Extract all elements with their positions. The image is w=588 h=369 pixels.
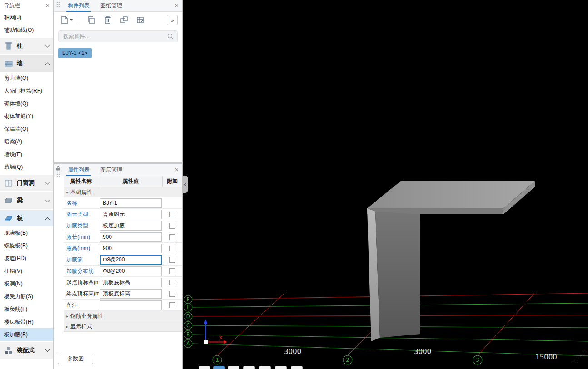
search-icon	[167, 33, 174, 40]
attach-checkbox[interactable]	[169, 280, 175, 285]
parameter-diagram-button[interactable]: 参数图	[58, 354, 93, 364]
property-group-label: 基础属性	[70, 188, 92, 196]
sidebar-group-column[interactable]: 柱	[0, 38, 53, 54]
sidebar-item-spiral-slab[interactable]: 螺旋板(B)	[0, 239, 53, 252]
property-name: 加腋筋	[64, 256, 99, 264]
sidebar-group-prefabricated[interactable]: 装配式	[0, 342, 53, 359]
bottom-toolbar-button[interactable]	[291, 366, 303, 369]
tab-component-list[interactable]: 构件列表	[62, 0, 95, 12]
sidebar-item-slab-main-rebar[interactable]: 板受力筋(S)	[0, 290, 53, 303]
close-icon[interactable]: ×	[175, 164, 179, 176]
slab-haunch-model	[367, 181, 535, 341]
sidebar-item-curtain-wall[interactable]: 幕墙(Q)	[0, 161, 53, 173]
bottom-toolbar-button[interactable]	[228, 366, 239, 369]
bottom-toolbar-button[interactable]	[243, 366, 255, 369]
attach-checkbox[interactable]	[169, 268, 175, 274]
property-row-haunch-length: 腋长(mm)900	[64, 231, 182, 243]
sidebar-item-slab-haunch[interactable]: 板加腋(B)	[0, 328, 53, 341]
sidebar-group-beam[interactable]: 梁	[0, 192, 53, 209]
x-axis-label: X	[219, 335, 223, 341]
sidebar-group-slab[interactable]: 板	[0, 210, 53, 226]
property-value-input[interactable]: 900	[100, 232, 162, 242]
tab-layer-management[interactable]: 图层管理	[95, 164, 128, 176]
attach-checkbox[interactable]	[169, 212, 175, 217]
sidebar-item-slab-negative-rebar[interactable]: 板负筋(F)	[0, 303, 53, 315]
sidebar-item-insulation-wall[interactable]: 保温墙(Q)	[0, 123, 53, 135]
property-group-rebar-business-properties[interactable]: ▸钢筋业务属性	[64, 311, 182, 321]
toolbar-overflow-button[interactable]: »	[167, 15, 178, 25]
property-name: 加腋分布筋	[64, 267, 99, 275]
tab-property-list[interactable]: 属性列表	[62, 164, 95, 176]
sidebar-item-auxiliary-axis[interactable]: 辅助轴线(O)	[0, 24, 53, 36]
sidebar-item-floor-slab-band[interactable]: 楼层板带(H)	[0, 315, 53, 328]
sidebar-item-slab-opening[interactable]: 板洞(N)	[0, 277, 53, 290]
bottom-toolbar-button[interactable]	[199, 366, 210, 369]
sidebar-group-door-window-opening[interactable]: 门窗洞	[0, 175, 53, 191]
sidebar-group-label: 板	[17, 214, 46, 222]
copy-graph-button[interactable]	[119, 15, 129, 25]
search-input[interactable]	[58, 30, 178, 42]
delete-button[interactable]	[103, 15, 113, 25]
bottom-toolbar-button[interactable]	[275, 366, 287, 369]
sidebar-item-cast-in-place-slab[interactable]: 现浇板(B)	[0, 226, 53, 239]
sidebar-item-masonry-wall[interactable]: 砌体墙(Q)	[0, 97, 53, 110]
sidebar-item-concealed-beam[interactable]: 暗梁(A)	[0, 135, 53, 148]
property-row-remark: 备注	[64, 300, 182, 311]
property-value-input[interactable]: Φ8@200	[100, 255, 162, 265]
new-component-button[interactable]	[60, 15, 73, 25]
column-header-name: 属性名称	[64, 176, 99, 187]
attach-checkbox[interactable]	[169, 246, 175, 251]
property-value-input[interactable]: 顶板底标高	[100, 289, 162, 299]
component-toolbar: »	[54, 12, 182, 28]
property-name: 名称	[64, 199, 99, 207]
close-icon[interactable]: ×	[175, 0, 179, 11]
chevron-up-icon	[45, 217, 50, 221]
sidebar-item-shear-wall[interactable]: 剪力墙(Q)	[0, 72, 53, 84]
sidebar-item-column-cap[interactable]: 柱帽(V)	[0, 265, 53, 277]
axis-number-bubble-label: 3	[476, 357, 479, 363]
sidebar-item-wall-pier[interactable]: 墙垛(E)	[0, 148, 53, 161]
batch-edit-button[interactable]	[135, 15, 145, 25]
sidebar-title: 导航栏	[4, 2, 20, 10]
panel-collapse-handle[interactable]: ‹	[183, 176, 188, 193]
property-value-input[interactable]: BJY-1	[100, 198, 162, 208]
panel-handle[interactable]	[54, 164, 62, 177]
drag-handle-icon[interactable]	[54, 0, 62, 8]
dimension-label: 3000	[414, 348, 431, 356]
3d-viewport[interactable]: FEDCBA1233000300015000 X ‹	[183, 0, 588, 369]
attach-checkbox[interactable]	[169, 257, 175, 263]
sidebar-item-axis-grid[interactable]: 轴网(J)	[0, 11, 53, 24]
property-value-input[interactable]: 900	[100, 244, 162, 253]
dimension-label: 15000	[535, 353, 557, 361]
property-name: 加腋类型	[64, 222, 99, 230]
property-value-input[interactable]	[100, 300, 162, 310]
sidebar-header: 导航栏 ×	[0, 0, 53, 11]
bottom-toolbar-button[interactable]	[259, 366, 271, 369]
property-group-basic-properties[interactable]: ▾基础属性	[64, 187, 182, 197]
sidebar-group-wall[interactable]: 墙	[0, 55, 53, 72]
axis-letter-bubble-label: C	[186, 322, 190, 329]
property-value-input[interactable]: 顶板底标高	[100, 278, 162, 287]
sidebar-item-civil-defense-door-frame-wall[interactable]: 人防门框墙(RF)	[0, 84, 53, 97]
axis-gizmo: X	[204, 319, 227, 344]
door-window-icon	[4, 178, 13, 187]
sidebar-item-ramp[interactable]: 坡道(PD)	[0, 252, 53, 265]
copy-button[interactable]	[86, 15, 96, 25]
sidebar-item-masonry-reinforcement[interactable]: 砌体加筋(Y)	[0, 110, 53, 123]
property-value-input[interactable]: 板底加腋	[100, 221, 162, 231]
attach-checkbox[interactable]	[169, 223, 175, 229]
property-value-input[interactable]: Φ8@200	[100, 266, 162, 276]
collapsed-triangle-icon: ▸	[66, 314, 68, 319]
property-table-header: 属性名称 属性值 附加	[64, 176, 182, 187]
attach-checkbox[interactable]	[169, 291, 175, 297]
bottom-toolbar-button[interactable]	[213, 366, 225, 369]
axis-number-bubble-label: 2	[346, 357, 349, 363]
component-item[interactable]: BJY-1 <1>	[58, 48, 92, 58]
close-icon[interactable]: ×	[46, 2, 50, 9]
property-name: 图元类型	[64, 211, 99, 218]
tab-drawing-management[interactable]: 图纸管理	[95, 0, 128, 12]
attach-checkbox[interactable]	[169, 234, 175, 240]
property-group-display-style[interactable]: ▸显示样式	[64, 321, 182, 332]
attach-checkbox[interactable]	[169, 302, 175, 308]
property-value-input[interactable]: 普通图元	[100, 210, 162, 219]
